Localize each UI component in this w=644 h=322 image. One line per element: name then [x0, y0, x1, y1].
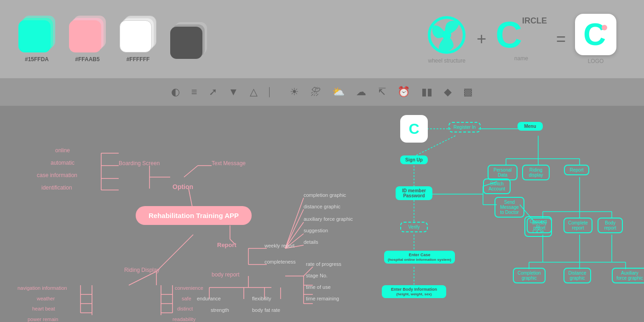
mm-weekly: weekly report [264, 243, 294, 248]
c-letter: C [495, 17, 522, 53]
mm-auxiliary: auxiliary force graphic [304, 216, 353, 222]
logo-icon-container: C LOGO [575, 14, 616, 64]
name-label: name [514, 55, 528, 62]
fc-weekly[interactable]: Weeklyreport [527, 218, 552, 233]
fc-send[interactable]: SendMessageto Doctor [494, 197, 524, 218]
svg-point-3 [602, 25, 607, 30]
fc-menu[interactable]: Menu [518, 122, 543, 131]
mm-details: details [304, 239, 318, 245]
wheel-icon [426, 14, 467, 56]
icon-menu[interactable]: ≡ [191, 86, 197, 98]
fc-report[interactable]: Report [564, 165, 589, 175]
icon-chart[interactable]: ➚ [209, 86, 217, 98]
mm-timeremain: time remaining [306, 296, 339, 301]
plus-sign: + [477, 29, 486, 49]
mm-readability: readability [172, 316, 196, 322]
icon-cloud-rain[interactable]: ⛈ [310, 86, 321, 98]
swatch-teal: #15FFDA [18, 16, 55, 63]
mm-boarding: Boarding Screen [119, 160, 160, 167]
mm-body-report: body report [212, 271, 240, 278]
fc-riding[interactable]: Ridingdisplay [522, 165, 550, 180]
fc-completion-g[interactable]: Completiongraphic [513, 268, 546, 283]
mm-safe: safe [182, 296, 191, 301]
fc-idpass[interactable]: ID memberPassword [396, 186, 432, 200]
swatch-white-label: #FFFFFF [126, 56, 150, 63]
mm-timeuse: time of use [306, 284, 331, 290]
equals-sign: = [556, 29, 566, 49]
wheel-label: wheel structure [428, 58, 465, 64]
fc-complete[interactable]: Completereport [564, 218, 592, 233]
swatch-gray [170, 22, 207, 63]
svg-line-19 [285, 198, 304, 248]
icon-cloud[interactable]: ☁ [356, 86, 366, 98]
logo-c-svg: C [580, 18, 612, 51]
mm-suggestion: suggestion [304, 228, 328, 233]
fc-signup[interactable]: Sign Up [400, 155, 428, 164]
fc-c-letter: C [408, 121, 419, 138]
mm-online: online [55, 147, 70, 154]
icon-drop-down[interactable]: ▼ [229, 86, 239, 98]
icon-person[interactable]: △ [250, 86, 258, 98]
svg-line-37 [129, 271, 156, 285]
mm-flexibility: flexibility [252, 296, 271, 301]
swatch-pink: #FFAAB5 [69, 16, 106, 63]
mm-distinct: distinct [177, 306, 193, 311]
mm-option: Option [172, 183, 193, 190]
mm-strength: strength [211, 307, 229, 313]
mm-rate: rate of progress [306, 261, 341, 267]
circle-name-group: C IRCLE name [495, 17, 547, 62]
color-swatches: #15FFDA #FFAAB5 #FFFFFF [18, 16, 207, 63]
mm-bodyfat: body fat rate [252, 307, 280, 313]
svg-line-11 [184, 166, 198, 177]
icon-clock[interactable]: ⏰ [397, 86, 410, 98]
swatch-pink-label: #FFAAB5 [75, 56, 99, 63]
mm-riding: Riding Display [124, 267, 160, 273]
svg-text:C: C [583, 18, 606, 51]
logo-label: LOGO [588, 58, 604, 64]
flowchart-section: C Register In Menu Sign Up PersonalData … [377, 106, 644, 322]
bottom-section: online automatic case information identi… [0, 106, 644, 322]
fc-personal[interactable]: PersonalData [488, 165, 518, 180]
mm-report: Report [217, 242, 236, 248]
icon-sun[interactable]: ☀ [290, 86, 299, 98]
mm-heartbeat: heart beat [32, 306, 55, 311]
mm-center-node: Rehabilitation Training APP [136, 206, 252, 225]
top-section: #15FFDA #FFAAB5 #FFFFFF [0, 0, 644, 78]
mm-endurance: endurance [197, 296, 221, 301]
ircle-text: IRCLE [522, 17, 547, 25]
swatch-teal-label: #15FFDA [25, 56, 49, 63]
fc-switch[interactable]: SwitchAccount [483, 178, 511, 194]
mm-text-message: Text Message [212, 160, 246, 167]
fc-enterbody[interactable]: Enter Body Information(height, weight, s… [382, 285, 446, 298]
mm-distance: distance graphic [304, 204, 340, 209]
icon-arrow-up[interactable]: ↸ [378, 86, 386, 98]
mm-identification: identification [41, 184, 72, 191]
fc-register[interactable]: Register In [448, 122, 481, 132]
icon-circle[interactable]: ◐ [171, 86, 180, 98]
mm-nav: navigation information [17, 285, 67, 291]
icon-cloud-sun[interactable]: ⛅ [332, 86, 345, 98]
icons-bar: ◐ ≡ ➚ ▼ △ ⎸ ☀ ⛈ ⛅ ☁ ↸ ⏰ ▮▮ ◆ ▩ [0, 78, 644, 106]
fc-verify[interactable]: Verify [400, 222, 428, 232]
logo-box: C [575, 14, 616, 55]
fc-auxiliary-g[interactable]: Auxiliaryforce graphic [612, 268, 644, 283]
icon-drop[interactable]: ◆ [444, 86, 452, 98]
svg-line-36 [156, 235, 193, 271]
mm-weather: weather [37, 296, 55, 301]
fc-logo-box: C [400, 115, 428, 143]
mm-case: case information [37, 172, 77, 178]
fc-distance-g[interactable]: Distancegraphic [564, 268, 591, 283]
mm-completeness: completeness [264, 259, 296, 264]
mm-power: power remain [28, 316, 58, 322]
mindmap-section: online automatic case information identi… [0, 106, 377, 322]
mm-convenience: convenience [175, 285, 203, 291]
logo-section: wheel structure + C IRCLE name = C LOGO [426, 14, 616, 64]
icon-bar-chart[interactable]: ▮▮ [421, 86, 432, 98]
fc-entercase[interactable]: Enter Case(hospital online information s… [384, 251, 455, 264]
icon-signal[interactable]: ⎸ [269, 86, 278, 98]
mm-completion: completion graphic [304, 192, 346, 198]
swatch-white: #FFFFFF [120, 16, 156, 63]
mm-stage: stage No. [306, 273, 328, 278]
icon-battery[interactable]: ▩ [463, 86, 473, 98]
fc-bodyreport[interactable]: Bodyreport [598, 218, 623, 233]
